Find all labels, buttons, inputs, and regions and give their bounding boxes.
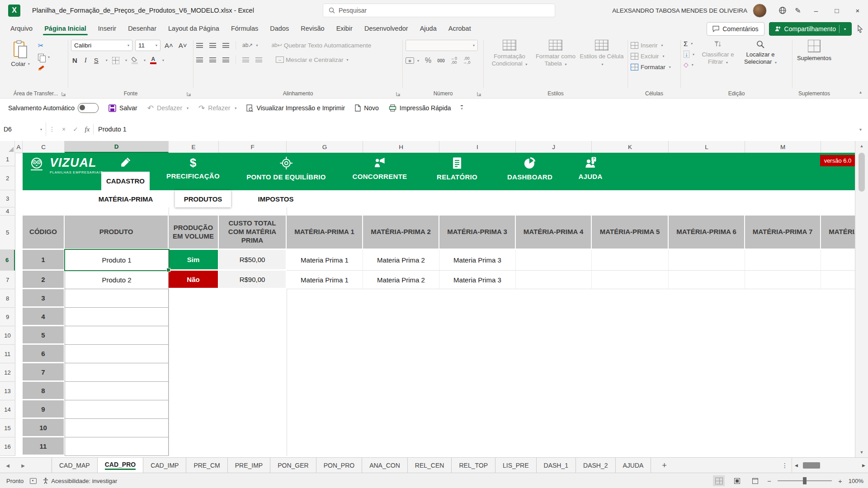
banner-tab-relatorio[interactable]: RELATÓRIO — [437, 153, 477, 190]
customize-qat-button[interactable]: ▾ — [461, 105, 462, 111]
material-cell[interactable]: Materia Prima 2 — [363, 250, 439, 271]
page-break-view-button[interactable] — [749, 475, 761, 486]
find-select-button[interactable]: Localizar e Selecionar ▾ — [739, 40, 782, 89]
code-cell[interactable]: 2 — [23, 271, 65, 289]
fill-handle[interactable] — [166, 268, 170, 272]
product-cell[interactable] — [65, 289, 169, 308]
scroll-right-arrow[interactable]: ▶ — [862, 463, 865, 468]
next-sheet-arrow[interactable]: ▶ — [15, 458, 31, 473]
volume-cell[interactable]: Não — [169, 271, 219, 289]
code-cell[interactable]: 4 — [23, 308, 65, 326]
empty-cell[interactable] — [219, 345, 287, 363]
wrap-text-button[interactable]: ab↩ Quebrar Texto Automaticamente — [271, 42, 371, 49]
empty-cell[interactable] — [439, 363, 516, 382]
material-cell[interactable]: Materia Prima 2 — [363, 271, 439, 289]
row-header-1[interactable]: 1 — [0, 153, 15, 166]
empty-cell[interactable] — [821, 326, 855, 345]
percent-style-button[interactable]: % — [425, 56, 431, 65]
addins-button[interactable]: Suplementos — [795, 40, 833, 62]
italic-button[interactable]: I — [83, 56, 88, 64]
bold-button[interactable]: N — [71, 56, 79, 64]
empty-cell[interactable] — [669, 289, 745, 308]
menu-tab-exibir[interactable]: Exibir — [330, 21, 359, 36]
minimize-button[interactable]: – — [806, 0, 826, 21]
material-cell[interactable] — [516, 250, 592, 271]
search-box[interactable]: Pesquisar — [323, 4, 555, 17]
empty-cell[interactable] — [287, 419, 363, 437]
empty-cell[interactable] — [745, 345, 821, 363]
code-cell[interactable]: 8 — [23, 382, 65, 400]
empty-cell[interactable] — [169, 400, 219, 419]
empty-cell[interactable] — [287, 326, 363, 345]
empty-cell[interactable] — [219, 382, 287, 400]
material-cell[interactable]: Materia Prima 1 — [287, 250, 363, 271]
row-header-7[interactable]: 7 — [0, 271, 15, 289]
font-name-combo[interactable]: Calibri▾ — [71, 40, 132, 51]
vertical-scrollbar[interactable]: ▲ ▼ — [855, 141, 868, 457]
formula-bar-grip[interactable]: ⋮ — [46, 126, 58, 133]
sheet-options-button[interactable]: ⋮ — [778, 458, 792, 473]
collapse-ribbon-button[interactable]: ▴ — [859, 89, 862, 94]
empty-cell[interactable] — [821, 382, 855, 400]
material-cell[interactable] — [821, 271, 855, 289]
empty-cell[interactable] — [745, 419, 821, 437]
empty-cell[interactable] — [287, 382, 363, 400]
column-header-E[interactable]: E — [169, 141, 219, 153]
code-cell[interactable]: 11 — [23, 437, 65, 456]
column-header-M[interactable]: M — [745, 141, 821, 153]
merge-center-button[interactable]: ↔ Mesclar e Centralizar ▾ — [276, 56, 349, 63]
code-cell[interactable]: 1 — [23, 250, 65, 271]
menu-tab-desenvolvedor[interactable]: Desenvolvedor — [359, 21, 414, 36]
zoom-slider[interactable] — [778, 480, 832, 481]
empty-cell[interactable] — [669, 437, 745, 456]
empty-cell[interactable] — [821, 345, 855, 363]
column-header-L[interactable]: L — [669, 141, 745, 153]
empty-cell[interactable] — [745, 289, 821, 308]
material-cell[interactable] — [669, 250, 745, 271]
header-materia-prima-4[interactable]: MATÉRIA-PRIMA 4 — [516, 216, 592, 250]
empty-cell[interactable] — [363, 289, 439, 308]
number-dialog-launcher[interactable] — [477, 92, 481, 96]
autosave-toggle[interactable] — [78, 103, 99, 113]
empty-cell[interactable] — [287, 289, 363, 308]
header-producao-em-volume[interactable]: PRODUÇÃO EM VOLUME — [169, 216, 219, 250]
font-dialog-launcher[interactable] — [187, 92, 191, 96]
empty-cell[interactable] — [745, 400, 821, 419]
empty-cell[interactable] — [439, 437, 516, 456]
delete-cells-button[interactable]: Excluir ▾ — [631, 51, 678, 61]
empty-cell[interactable] — [669, 345, 745, 363]
share-button[interactable]: Compartilhamento ▾ — [769, 22, 852, 36]
empty-cell[interactable] — [821, 419, 855, 437]
empty-cell[interactable] — [669, 382, 745, 400]
column-header-I[interactable]: I — [439, 141, 516, 153]
empty-cell[interactable] — [592, 363, 669, 382]
macro-record-button[interactable] — [30, 478, 37, 484]
material-cell[interactable]: Materia Prima 3 — [439, 250, 516, 271]
clipboard-dialog-launcher[interactable] — [61, 92, 66, 96]
header-codigo[interactable]: CÓDIGO — [23, 216, 65, 250]
empty-cell[interactable] — [287, 437, 363, 456]
redo-button[interactable]: ↷ Refazer ▾ — [198, 103, 236, 113]
empty-cell[interactable] — [363, 437, 439, 456]
header-produto[interactable]: PRODUTO — [65, 216, 169, 250]
header-materia-prima-2[interactable]: MATÉRIA-PRIMA 2 — [363, 216, 439, 250]
code-cell[interactable]: 9 — [23, 400, 65, 419]
empty-cell[interactable] — [516, 419, 592, 437]
align-left-button[interactable] — [196, 57, 203, 62]
empty-cell[interactable] — [516, 326, 592, 345]
font-size-combo[interactable]: 11▾ — [135, 40, 160, 51]
banner-tab-ajuda[interactable]: ? AJUDA — [578, 153, 602, 190]
horizontal-scroll-thumb[interactable] — [803, 462, 820, 469]
maximize-button[interactable]: □ — [826, 0, 847, 21]
empty-cell[interactable] — [516, 437, 592, 456]
product-cell[interactable] — [65, 308, 169, 326]
column-header-G[interactable]: G — [287, 141, 363, 153]
empty-cell[interactable] — [169, 437, 219, 456]
align-top-button[interactable] — [196, 43, 203, 48]
decrease-decimal-button[interactable]: ,00→,0 — [463, 56, 471, 65]
empty-cell[interactable] — [592, 382, 669, 400]
cost-cell[interactable]: R$50,00 — [219, 250, 287, 271]
zoom-slider-thumb[interactable] — [803, 477, 807, 484]
empty-cell[interactable] — [287, 345, 363, 363]
paste-button[interactable]: Colar▾ — [6, 40, 34, 71]
